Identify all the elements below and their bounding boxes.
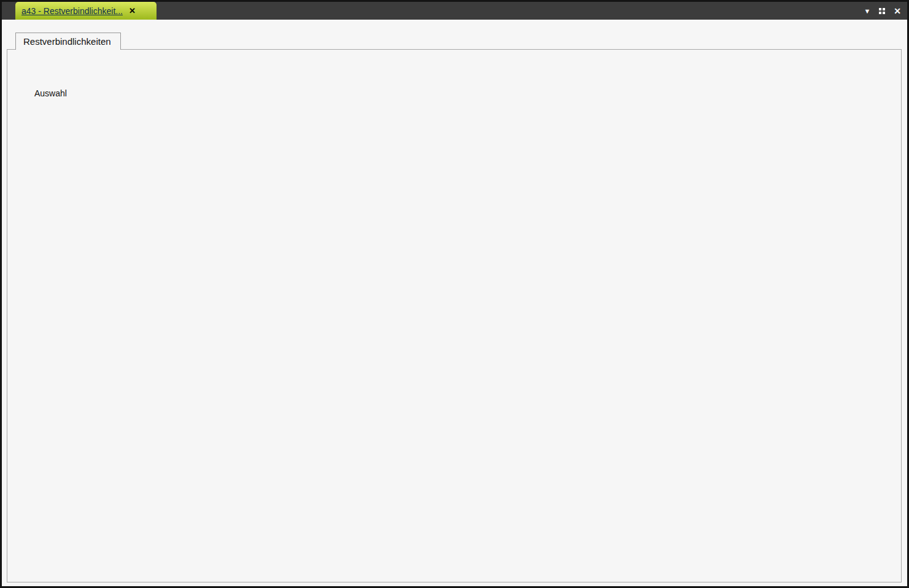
titlebar: a43 - Restverbindlichkeit... ✕ ▼ ✕ <box>2 2 907 20</box>
tab-restverbindlichkeiten[interactable]: Restverbindlichkeiten <box>15 33 121 50</box>
window-tab[interactable]: a43 - Restverbindlichkeit... ✕ <box>15 2 157 20</box>
auswahl-legend: Auswahl <box>31 88 70 98</box>
window-tab-label: a43 - Restverbindlichkeit... <box>21 6 123 16</box>
grid-dots <box>879 8 881 10</box>
close-icon[interactable]: ✕ <box>894 6 901 16</box>
chevron-down-icon[interactable]: ▼ <box>864 7 870 15</box>
tab-close-icon[interactable]: ✕ <box>129 6 136 15</box>
grid-icon[interactable] <box>879 8 885 14</box>
main-panel <box>7 49 902 582</box>
app-window: a43 - Restverbindlichkeit... ✕ ▼ ✕ Restv… <box>0 0 909 588</box>
titlebar-icons: ▼ ✕ <box>864 2 901 20</box>
